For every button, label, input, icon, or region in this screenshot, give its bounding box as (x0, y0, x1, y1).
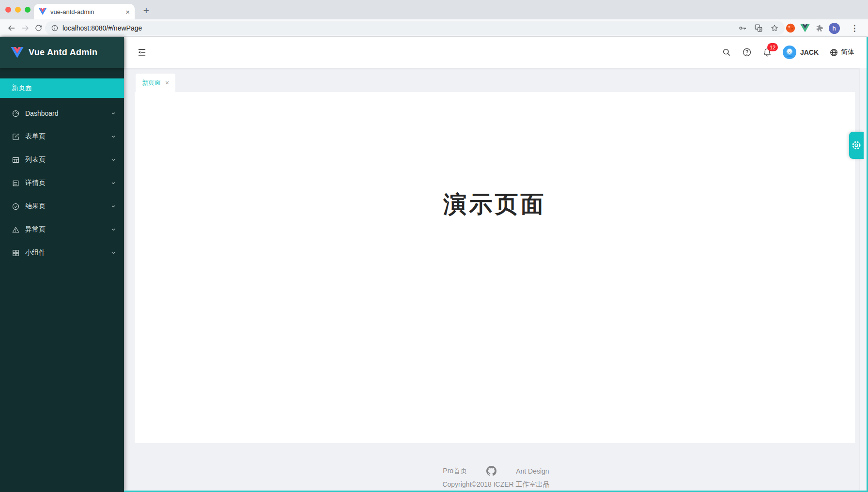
app-logo[interactable]: Vue Antd Admin (0, 37, 124, 68)
close-window-button[interactable] (5, 7, 11, 13)
sidebar-item-list[interactable]: 列表页 (0, 150, 124, 169)
footer-link-pro[interactable]: Pro首页 (443, 467, 467, 476)
sidebar-item-dashboard[interactable]: Dashboard (0, 104, 124, 123)
app-header: 12 JACK 简体 (124, 37, 868, 68)
sidebar-item-label: 小组件 (25, 248, 110, 257)
address-bar[interactable]: localhost:8080/#/newPage (45, 21, 785, 35)
window-controls[interactable] (5, 7, 31, 13)
settings-drawer-button[interactable] (849, 132, 864, 159)
password-key-icon[interactable] (738, 24, 747, 32)
page-tab-label: 新页面 (142, 78, 161, 87)
globe-icon (829, 48, 838, 57)
dashboard-icon (12, 109, 20, 118)
github-icon[interactable] (486, 466, 496, 476)
minimize-window-button[interactable] (15, 7, 21, 13)
sidebar-item-result[interactable]: 结果页 (0, 197, 124, 216)
table-icon (12, 156, 20, 164)
sidebar-item-label: Dashboard (25, 109, 110, 117)
forward-icon[interactable] (19, 22, 31, 34)
gear-icon (851, 140, 862, 151)
sidebar-item-label: 表单页 (25, 132, 110, 141)
chevron-down-icon (110, 110, 116, 116)
favicon-vue-icon (39, 8, 46, 15)
menu-fold-icon[interactable] (137, 47, 147, 57)
content-area: 新页面 × 演示页面 Pro首页 Ant Design Copyright©20… (124, 68, 868, 492)
sidebar-item-form[interactable]: 表单页 (0, 127, 124, 146)
chevron-down-icon (110, 180, 116, 186)
sidebar-item-label: 详情页 (25, 179, 110, 187)
chevron-down-icon (110, 250, 116, 256)
profile-icon (12, 179, 20, 187)
user-avatar (783, 46, 796, 59)
translate-icon[interactable] (754, 24, 763, 32)
browser-tab-title: vue-antd-admin (50, 8, 125, 15)
sidebar-item-detail[interactable]: 详情页 (0, 173, 124, 193)
app-title: Vue Antd Admin (29, 47, 97, 58)
help-icon[interactable] (742, 47, 752, 57)
form-icon (12, 133, 20, 141)
language-label: 简体 (841, 48, 854, 57)
sidebar-item-label: 新页面 (12, 84, 32, 92)
browser-toolbar: localhost:8080/#/newPage h ⋮ (0, 19, 868, 37)
reload-icon[interactable] (32, 22, 44, 34)
user-menu[interactable]: JACK (783, 46, 819, 59)
back-icon[interactable] (6, 22, 17, 34)
browser-tabstrip: vue-antd-admin × + (0, 0, 868, 19)
page-footer: Pro首页 Ant Design Copyright©2018 ICZER 工作… (124, 466, 868, 489)
vue-logo-icon (11, 47, 24, 58)
footer-copyright: Copyright©2018 ICZER 工作室出品 (124, 480, 868, 489)
new-tab-button[interactable]: + (140, 4, 153, 17)
search-icon[interactable] (722, 47, 731, 57)
maximize-window-button[interactable] (25, 7, 31, 13)
appstore-icon (12, 249, 20, 257)
page-tab-active[interactable]: 新页面 × (136, 74, 175, 92)
browser-profile-avatar[interactable]: h (828, 22, 840, 34)
vue-devtools-icon[interactable] (799, 22, 811, 34)
sidebar-item-widgets[interactable]: 小组件 (0, 243, 124, 262)
page-card: 演示页面 (135, 92, 855, 443)
chevron-down-icon (110, 157, 116, 163)
notifications-bell-icon[interactable]: 12 (762, 47, 772, 57)
footer-link-antd[interactable]: Ant Design (516, 467, 549, 475)
chevron-down-icon (110, 203, 116, 209)
notification-badge: 12 (767, 43, 778, 51)
sidebar-item-label: 结果页 (25, 202, 110, 211)
sidebar-menu: 新页面 Dashboard 表单页 列表页 (0, 68, 124, 262)
site-info-icon[interactable] (51, 24, 59, 32)
browser-tab[interactable]: vue-antd-admin × (34, 4, 135, 19)
chevron-down-icon (110, 227, 116, 232)
page-tab-close-icon[interactable]: × (165, 79, 169, 87)
chevron-down-icon (110, 134, 116, 139)
bookmark-star-icon[interactable] (770, 24, 779, 32)
language-switcher[interactable]: 简体 (829, 48, 854, 57)
url-text[interactable]: localhost:8080/#/newPage (62, 24, 738, 32)
extension-orange-icon[interactable] (785, 22, 796, 34)
warning-icon (12, 226, 20, 234)
tab-close-icon[interactable]: × (125, 8, 130, 15)
sidebar-item-exception[interactable]: 异常页 (0, 220, 124, 239)
username: JACK (800, 48, 819, 56)
check-circle-icon (12, 202, 20, 211)
page-title: 演示页面 (135, 92, 855, 220)
sidebar-item-label: 异常页 (25, 225, 110, 234)
sidebar-item-label: 列表页 (25, 155, 110, 164)
browser-menu-icon[interactable]: ⋮ (849, 22, 860, 34)
sidebar: Vue Antd Admin 新页面 Dashboard 表单页 (0, 37, 124, 492)
extensions-puzzle-icon[interactable] (814, 22, 825, 34)
sidebar-item-new-page[interactable]: 新页面 (0, 78, 124, 98)
